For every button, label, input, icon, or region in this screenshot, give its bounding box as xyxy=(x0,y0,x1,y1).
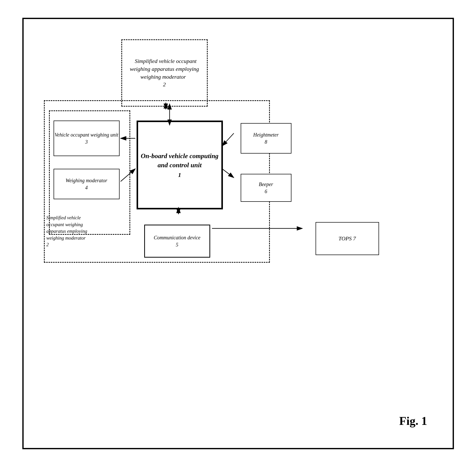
weighing-moderator-number: 4 xyxy=(65,184,107,191)
central-unit-label: On-board vehicle computing and control u… xyxy=(138,152,221,169)
heightmeter-box: Heightmeter 8 xyxy=(241,123,291,154)
outer-border: Simplified vehicle occupant weighing app… xyxy=(22,18,454,449)
central-unit-number: 1 xyxy=(178,172,181,178)
tops-box: TOPS 7 xyxy=(316,222,379,255)
communication-device-box: Communication device 5 xyxy=(144,225,210,258)
top-dashed-box-text: Simplified vehicle occupant weighing app… xyxy=(130,55,199,82)
weighing-moderator-box: Weighing moderator 4 xyxy=(54,169,120,199)
figure-label: Fig. 1 xyxy=(399,414,427,428)
beeper-box: Beeper 6 xyxy=(241,174,291,202)
communication-device-label: Communication device xyxy=(154,234,201,241)
vow-unit-label: Vehicle occupant weighing unit xyxy=(55,131,118,138)
vow-unit-number: 3 xyxy=(55,138,118,145)
top-dashed-box: Simplified vehicle occupant weighing app… xyxy=(121,39,208,107)
top-dashed-box-number: 2 xyxy=(160,79,168,90)
tops-label: TOPS 7 xyxy=(338,235,356,243)
vow-unit-box: Vehicle occupant weighing unit 3 xyxy=(54,121,120,156)
heightmeter-label: Heightmeter xyxy=(253,131,279,138)
central-unit-box: On-board vehicle computing and control u… xyxy=(137,121,223,209)
left-box-label: Simplified vehicle occupant weighing app… xyxy=(46,214,128,248)
heightmeter-number: 8 xyxy=(253,138,279,145)
beeper-label: Beeper xyxy=(259,181,273,188)
beeper-number: 6 xyxy=(259,188,273,195)
weighing-moderator-label: Weighing moderator xyxy=(65,177,107,184)
communication-device-number: 5 xyxy=(154,241,201,248)
